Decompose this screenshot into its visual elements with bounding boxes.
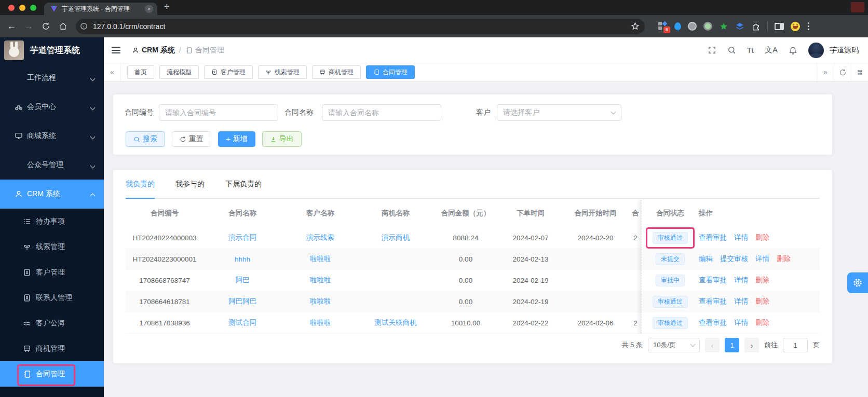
contract-name-link[interactable]: 测试合同: [204, 318, 281, 327]
profile-avatar-icon[interactable]: [791, 22, 800, 31]
username[interactable]: 芋道源码: [830, 46, 859, 55]
page-size-select[interactable]: 10条/页: [648, 338, 700, 352]
home-button[interactable]: [59, 22, 67, 31]
address-bar[interactable]: 127.0.0.1/crm/contract: [76, 19, 645, 34]
sidebar-item-official-account[interactable]: 公众号管理: [0, 150, 104, 180]
extension-star-icon[interactable]: [719, 22, 728, 31]
view-approval-link[interactable]: 查看审批: [699, 233, 727, 242]
prev-page-button[interactable]: ‹: [705, 338, 720, 352]
extension-gray-icon[interactable]: [688, 22, 697, 31]
site-info-icon[interactable]: [80, 22, 88, 30]
view-approval-link[interactable]: 查看审批: [699, 297, 727, 306]
view-approval-link[interactable]: 查看审批: [699, 276, 727, 285]
sidebar-item-contact-management[interactable]: 联系人管理: [0, 285, 104, 310]
search-icon[interactable]: [727, 46, 736, 54]
business-name-link[interactable]: 测试关联商机: [359, 318, 432, 327]
back-button[interactable]: ←: [7, 22, 16, 31]
delete-link[interactable]: 删除: [755, 318, 769, 327]
contract-name-link[interactable]: 阿巴阿巴: [204, 297, 281, 306]
tab-customer-management[interactable]: 客户管理: [204, 65, 253, 79]
breadcrumb-root[interactable]: CRM 系统: [132, 46, 175, 55]
url-text[interactable]: 127.0.0.1/crm/contract: [93, 22, 626, 31]
sidebar-item-business-management[interactable]: 商机管理: [0, 336, 104, 361]
refresh-page-button[interactable]: [834, 63, 851, 81]
app-logo[interactable]: 芋道管理系统: [0, 37, 104, 63]
delete-link[interactable]: 删除: [755, 276, 769, 285]
sidebar-item-crm-system[interactable]: CRM 系统: [0, 180, 104, 209]
goto-page-input[interactable]: [783, 338, 808, 352]
extensions-puzzle-icon[interactable]: [751, 22, 761, 31]
customer-select[interactable]: 请选择客户: [497, 104, 621, 121]
detail-link[interactable]: 详情: [734, 233, 748, 242]
edit-link[interactable]: 编辑: [699, 254, 713, 264]
export-button[interactable]: 导出: [262, 131, 302, 147]
sidebar-item-member-center[interactable]: 会员中心: [0, 92, 104, 121]
customer-name-link[interactable]: 啦啦啦: [281, 254, 359, 264]
bookmark-star-icon[interactable]: [631, 22, 640, 31]
window-minimize-button[interactable]: [19, 5, 25, 11]
sidebar-item-customer-management[interactable]: 客户管理: [0, 259, 104, 285]
customer-name-link[interactable]: 演示线索: [281, 233, 359, 242]
sidebar-item-workflow[interactable]: 工作流程: [0, 63, 104, 92]
forward-button[interactable]: →: [24, 22, 33, 31]
sidebar-item-customer-pool[interactable]: 客户公海: [0, 310, 104, 336]
bell-icon[interactable]: [789, 46, 797, 54]
layout-grid-button[interactable]: [851, 63, 868, 81]
contract-name-link[interactable]: hhhh: [204, 255, 281, 263]
tab-clue-management[interactable]: 线索管理: [258, 65, 307, 79]
detail-link[interactable]: 详情: [734, 318, 748, 327]
tab-my-responsible[interactable]: 我负责的: [126, 170, 155, 198]
new-tab-button[interactable]: +: [164, 2, 170, 12]
submit-approval-link[interactable]: 提交审核: [720, 254, 748, 264]
sidebar-item-contract-management[interactable]: 合同管理: [0, 361, 104, 387]
extension-blocks-icon[interactable]: 6: [658, 22, 668, 31]
tab-subordinate[interactable]: 下属负责的: [225, 170, 262, 198]
browser-menu-icon[interactable]: [807, 21, 810, 31]
contract-name-link[interactable]: 阿巴: [204, 276, 281, 285]
detail-link[interactable]: 详情: [755, 254, 769, 264]
next-page-button[interactable]: ›: [744, 338, 759, 352]
window-controls[interactable]: [8, 5, 36, 11]
theme-settings-button[interactable]: [847, 272, 868, 293]
window-zoom-button[interactable]: [30, 5, 36, 11]
view-approval-link[interactable]: 查看审批: [699, 318, 727, 327]
tab-home[interactable]: 首页: [127, 65, 154, 79]
tags-scroll-right-button[interactable]: »: [817, 63, 834, 81]
tab-contract-management[interactable]: 合同管理: [366, 65, 415, 79]
extension-balloon-icon[interactable]: [674, 22, 681, 30]
contract-name-input[interactable]: [322, 104, 441, 121]
delete-link[interactable]: 删除: [777, 254, 791, 264]
sidebar-item-clue-management[interactable]: 线索管理: [0, 234, 104, 259]
page-number-1[interactable]: 1: [725, 338, 739, 352]
side-panel-icon[interactable]: [775, 23, 784, 30]
language-icon[interactable]: 文A: [765, 45, 778, 55]
window-close-button[interactable]: [8, 5, 15, 11]
user-avatar[interactable]: [808, 43, 824, 58]
browser-tab[interactable]: 芋道管理系统 - 合同管理 ×: [44, 3, 157, 15]
search-button[interactable]: 搜索: [126, 131, 165, 147]
contract-name-link[interactable]: 演示合同: [204, 233, 281, 242]
font-size-icon[interactable]: Tt: [747, 46, 754, 54]
tab-business-management[interactable]: 商机管理: [312, 65, 361, 79]
sidebar-item-todo[interactable]: 待办事项: [0, 209, 104, 234]
tags-scroll-left-button[interactable]: «: [104, 63, 121, 81]
customer-name-link[interactable]: 啦啦啦: [281, 276, 359, 285]
detail-link[interactable]: 详情: [734, 297, 748, 306]
extension-layers-icon[interactable]: [735, 22, 744, 31]
sidebar-item-mall-system[interactable]: 商城系统: [0, 121, 104, 150]
detail-link[interactable]: 详情: [734, 276, 748, 285]
contract-no-input[interactable]: [159, 104, 278, 121]
tab-close-icon[interactable]: ×: [145, 5, 153, 13]
delete-link[interactable]: 删除: [755, 297, 769, 306]
tab-my-participating[interactable]: 我参与的: [175, 170, 205, 198]
reload-button[interactable]: [42, 22, 50, 31]
reset-button[interactable]: 重置: [172, 131, 211, 147]
extension-green-icon[interactable]: [703, 22, 712, 31]
customer-name-link[interactable]: 啦啦啦: [281, 297, 359, 306]
add-button[interactable]: + 新增: [218, 131, 255, 147]
customer-name-link[interactable]: 啦啦啦: [281, 318, 359, 327]
delete-link[interactable]: 删除: [755, 233, 769, 242]
fullscreen-icon[interactable]: [708, 46, 716, 54]
tab-process-model[interactable]: 流程模型: [159, 65, 199, 79]
collapse-menu-icon[interactable]: [112, 47, 120, 53]
